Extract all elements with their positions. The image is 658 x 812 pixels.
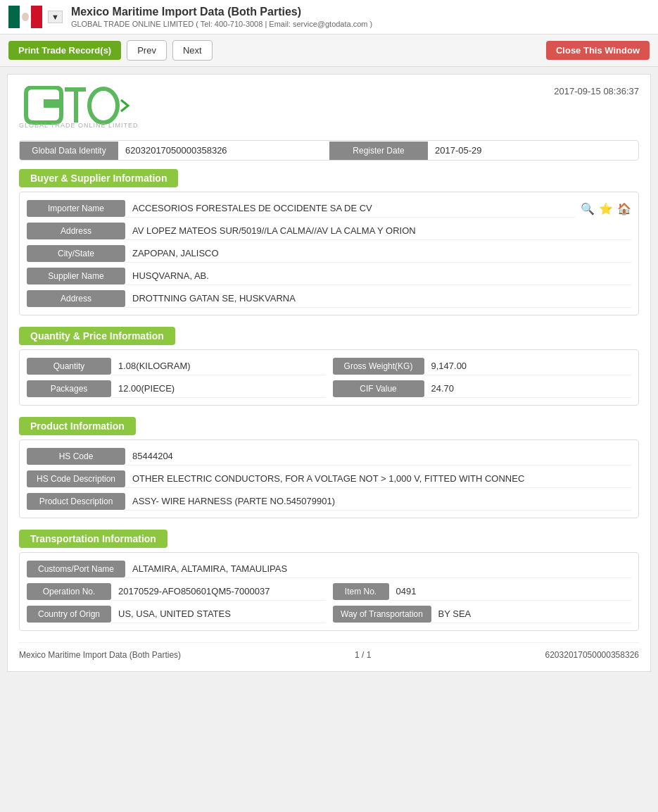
logo-svg	[19, 86, 132, 125]
supplier-name-value: HUSQVARNA, AB.	[125, 267, 631, 285]
svg-point-3	[22, 13, 29, 21]
country-origin-value: US, USA, UNITED STATES	[111, 605, 326, 623]
hs-code-label: HS Code	[27, 448, 125, 465]
way-transport-value: BY SEA	[431, 605, 632, 623]
buyer-supplier-title: Buyer & Supplier Information	[19, 169, 178, 187]
close-window-button[interactable]: Close This Window	[546, 41, 650, 60]
importer-name-value: ACCESORIOS FORESTALES DE OCCIDENTE SA DE…	[125, 199, 575, 218]
global-data-identity-value: 62032017050000358326	[118, 141, 329, 160]
search-icon[interactable]: 🔍	[581, 202, 595, 216]
doc-footer: Mexico Maritime Import Data (Both Partie…	[19, 642, 639, 660]
hs-code-desc-row: HS Code Description OTHER ELECTRIC CONDU…	[27, 470, 631, 488]
supplier-address-label: Address	[27, 290, 125, 307]
global-data-identity-cell: Global Data Identity 6203201705000035832…	[20, 141, 329, 160]
item-no-value: 0491	[389, 582, 632, 601]
gross-weight-label: Gross Weight(KG)	[333, 358, 424, 375]
operation-no-col: Operation No. 20170529-AFO850601QM5-7000…	[27, 582, 326, 601]
operation-no-value: 20170529-AFO850601QM5-7000037	[111, 582, 326, 601]
quantity-price-box: Quantity 1.08(KILOGRAM) Gross Weight(KG)…	[19, 349, 639, 406]
operation-no-label: Operation No.	[27, 583, 111, 600]
packages-label: Packages	[27, 380, 111, 397]
gross-weight-value: 9,147.00	[424, 357, 632, 375]
star-icon[interactable]: ⭐	[599, 202, 613, 216]
quantity-gross-row: Quantity 1.08(KILOGRAM) Gross Weight(KG)…	[27, 357, 631, 375]
hs-code-row: HS Code 85444204	[27, 447, 631, 466]
importer-name-row: Importer Name ACCESORIOS FORESTALES DE O…	[27, 199, 631, 218]
packages-col: Packages 12.00(PIECE)	[27, 380, 326, 398]
cif-col: CIF Value 24.70	[333, 380, 632, 398]
main-content: GLOBAL TRADE ONLINE LIMITED 2017-09-15 0…	[7, 74, 651, 672]
footer-left: Mexico Maritime Import Data (Both Partie…	[19, 650, 181, 660]
flag-icon	[8, 6, 42, 28]
hs-code-value: 85444204	[125, 447, 631, 466]
svg-point-7	[89, 89, 118, 123]
footer-center: 1 / 1	[355, 650, 371, 660]
cif-value: 24.70	[424, 380, 632, 398]
operation-item-row: Operation No. 20170529-AFO850601QM5-7000…	[27, 582, 631, 601]
transportation-section: Transportation Information Customs/Port …	[19, 530, 639, 631]
product-box: HS Code 85444204 HS Code Description OTH…	[19, 439, 639, 518]
hs-code-desc-value: OTHER ELECTRIC CONDUCTORS, FOR A VOLTAGE…	[125, 470, 631, 488]
svg-rect-2	[31, 6, 42, 28]
product-desc-label: Product Description	[27, 493, 125, 510]
country-origin-col: Country of Orign US, USA, UNITED STATES	[27, 605, 326, 623]
item-no-label: Item No.	[333, 583, 389, 600]
svg-rect-0	[8, 6, 20, 28]
register-date-label: Register Date	[329, 142, 428, 160]
importer-address-row: Address AV LOPEZ MATEOS SUR/5019//LA CAL…	[27, 222, 631, 240]
quantity-price-section: Quantity & Price Information Quantity 1.…	[19, 327, 639, 406]
city-state-value: ZAPOPAN, JALISCO	[125, 244, 631, 263]
cif-value-label: CIF Value	[333, 380, 424, 397]
hs-code-desc-label: HS Code Description	[27, 470, 125, 487]
customs-port-row: Customs/Port Name ALTAMIRA, ALTAMIRA, TA…	[27, 560, 631, 578]
doc-datetime: 2017-09-15 08:36:37	[554, 86, 639, 96]
flag-dropdown[interactable]: ▼	[48, 11, 63, 23]
supplier-name-label: Supplier Name	[27, 268, 125, 285]
city-state-label: City/State	[27, 245, 125, 262]
logo-company-name: GLOBAL TRADE ONLINE LIMITED	[19, 122, 139, 129]
prev-button[interactable]: Prev	[127, 40, 167, 61]
global-data-identity-label: Global Data Identity	[20, 142, 118, 160]
way-transport-label: Way of Transportation	[333, 606, 431, 623]
quantity-col: Quantity 1.08(KILOGRAM)	[27, 357, 326, 375]
customs-port-value: ALTAMIRA, ALTAMIRA, TAMAULIPAS	[125, 560, 631, 578]
title-block: Mexico Maritime Import Data (Both Partie…	[71, 6, 650, 28]
transportation-box: Customs/Port Name ALTAMIRA, ALTAMIRA, TA…	[19, 552, 639, 631]
importer-address-label: Address	[27, 223, 125, 239]
quantity-value: 1.08(KILOGRAM)	[111, 357, 326, 375]
supplier-name-row: Supplier Name HUSQVARNA, AB.	[27, 267, 631, 285]
buyer-supplier-section: Buyer & Supplier Information Importer Na…	[19, 169, 639, 316]
footer-right: 62032017050000358326	[545, 650, 639, 660]
doc-header: GLOBAL TRADE ONLINE LIMITED 2017-09-15 0…	[19, 86, 639, 129]
city-state-row: City/State ZAPOPAN, JALISCO	[27, 244, 631, 263]
quantity-label: Quantity	[27, 358, 111, 375]
country-way-row: Country of Orign US, USA, UNITED STATES …	[27, 605, 631, 623]
product-desc-row: Product Description ASSY- WIRE HARNESS (…	[27, 492, 631, 511]
item-no-col: Item No. 0491	[333, 582, 632, 601]
way-transport-col: Way of Transportation BY SEA	[333, 605, 632, 623]
home-icon[interactable]: 🏠	[617, 202, 631, 216]
product-desc-value: ASSY- WIRE HARNESS (PARTE NO.545079901)	[125, 492, 631, 511]
importer-action-icons: 🔍 ⭐ 🏠	[581, 202, 631, 216]
packages-cif-row: Packages 12.00(PIECE) CIF Value 24.70	[27, 380, 631, 398]
transportation-title: Transportation Information	[19, 530, 167, 548]
identity-row: Global Data Identity 6203201705000035832…	[19, 140, 639, 161]
buyer-supplier-box: Importer Name ACCESORIOS FORESTALES DE O…	[19, 192, 639, 316]
importer-address-value: AV LOPEZ MATEOS SUR/5019//LA CALMA//AV L…	[125, 222, 631, 240]
register-date-cell: Register Date 2017-05-29	[329, 141, 638, 160]
print-button[interactable]: Print Trade Record(s)	[8, 41, 121, 60]
gross-weight-col: Gross Weight(KG) 9,147.00	[333, 357, 632, 375]
header-title: Mexico Maritime Import Data (Both Partie…	[71, 6, 650, 18]
register-date-value: 2017-05-29	[428, 141, 638, 160]
product-section: Product Information HS Code 85444204 HS …	[19, 417, 639, 518]
importer-name-label: Importer Name	[27, 200, 125, 217]
top-header: ▼ Mexico Maritime Import Data (Both Part…	[0, 0, 658, 35]
customs-port-label: Customs/Port Name	[27, 561, 125, 577]
product-title: Product Information	[19, 417, 136, 435]
header-subtitle: GLOBAL TRADE ONLINE LIMITED ( Tel: 400-7…	[71, 20, 650, 28]
quantity-price-title: Quantity & Price Information	[19, 327, 175, 345]
country-origin-label: Country of Orign	[27, 606, 111, 623]
next-button[interactable]: Next	[172, 40, 213, 61]
supplier-address-value: DROTTNING GATAN SE, HUSKVARNA	[125, 289, 631, 308]
svg-rect-5	[65, 87, 86, 92]
